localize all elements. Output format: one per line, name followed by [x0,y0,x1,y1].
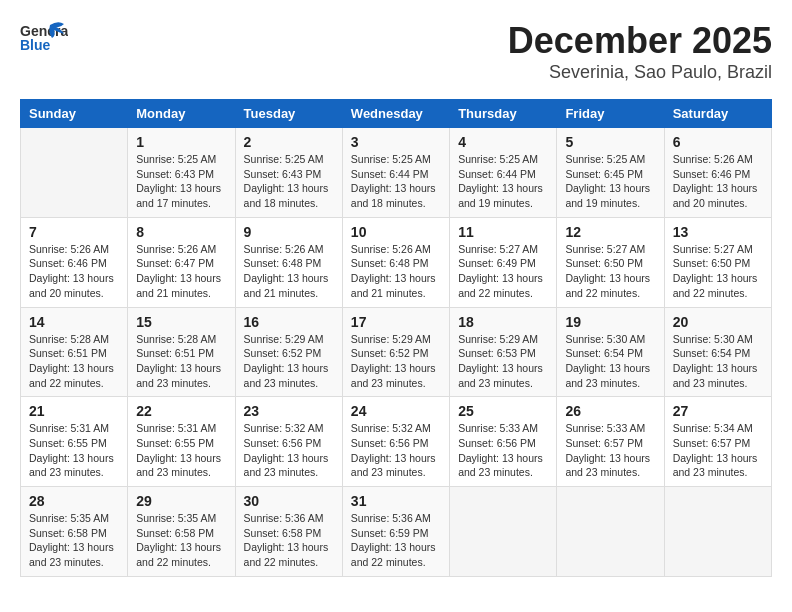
day-detail: Sunrise: 5:31 AM Sunset: 6:55 PM Dayligh… [136,421,226,480]
calendar-header-row: SundayMondayTuesdayWednesdayThursdayFrid… [21,100,772,128]
day-number: 3 [351,134,441,150]
day-number: 9 [244,224,334,240]
day-number: 4 [458,134,548,150]
day-number: 22 [136,403,226,419]
day-number: 11 [458,224,548,240]
calendar-cell: 3Sunrise: 5:25 AM Sunset: 6:44 PM Daylig… [342,128,449,218]
calendar-cell: 2Sunrise: 5:25 AM Sunset: 6:43 PM Daylig… [235,128,342,218]
day-detail: Sunrise: 5:36 AM Sunset: 6:59 PM Dayligh… [351,511,441,570]
calendar-cell: 15Sunrise: 5:28 AM Sunset: 6:51 PM Dayli… [128,307,235,397]
calendar-week-1: 1Sunrise: 5:25 AM Sunset: 6:43 PM Daylig… [21,128,772,218]
page-subtitle: Severinia, Sao Paulo, Brazil [508,62,772,83]
calendar-cell: 30Sunrise: 5:36 AM Sunset: 6:58 PM Dayli… [235,487,342,577]
calendar-cell: 4Sunrise: 5:25 AM Sunset: 6:44 PM Daylig… [450,128,557,218]
day-detail: Sunrise: 5:35 AM Sunset: 6:58 PM Dayligh… [29,511,119,570]
calendar-cell: 29Sunrise: 5:35 AM Sunset: 6:58 PM Dayli… [128,487,235,577]
day-number: 19 [565,314,655,330]
day-detail: Sunrise: 5:29 AM Sunset: 6:52 PM Dayligh… [351,332,441,391]
calendar-cell: 11Sunrise: 5:27 AM Sunset: 6:49 PM Dayli… [450,217,557,307]
day-detail: Sunrise: 5:34 AM Sunset: 6:57 PM Dayligh… [673,421,763,480]
day-number: 13 [673,224,763,240]
day-detail: Sunrise: 5:36 AM Sunset: 6:58 PM Dayligh… [244,511,334,570]
day-number: 21 [29,403,119,419]
calendar-cell [664,487,771,577]
day-detail: Sunrise: 5:27 AM Sunset: 6:50 PM Dayligh… [673,242,763,301]
calendar-header-friday: Friday [557,100,664,128]
day-detail: Sunrise: 5:35 AM Sunset: 6:58 PM Dayligh… [136,511,226,570]
calendar-cell: 18Sunrise: 5:29 AM Sunset: 6:53 PM Dayli… [450,307,557,397]
day-number: 12 [565,224,655,240]
title-area: December 2025 Severinia, Sao Paulo, Braz… [508,20,772,83]
calendar-cell: 22Sunrise: 5:31 AM Sunset: 6:55 PM Dayli… [128,397,235,487]
day-number: 28 [29,493,119,509]
day-detail: Sunrise: 5:32 AM Sunset: 6:56 PM Dayligh… [244,421,334,480]
day-number: 30 [244,493,334,509]
day-detail: Sunrise: 5:30 AM Sunset: 6:54 PM Dayligh… [565,332,655,391]
calendar-header-wednesday: Wednesday [342,100,449,128]
calendar-cell: 23Sunrise: 5:32 AM Sunset: 6:56 PM Dayli… [235,397,342,487]
calendar-header-sunday: Sunday [21,100,128,128]
calendar-cell: 7Sunrise: 5:26 AM Sunset: 6:46 PM Daylig… [21,217,128,307]
day-detail: Sunrise: 5:25 AM Sunset: 6:44 PM Dayligh… [458,152,548,211]
day-detail: Sunrise: 5:26 AM Sunset: 6:47 PM Dayligh… [136,242,226,301]
day-number: 29 [136,493,226,509]
day-detail: Sunrise: 5:28 AM Sunset: 6:51 PM Dayligh… [29,332,119,391]
calendar-header-thursday: Thursday [450,100,557,128]
calendar-week-2: 7Sunrise: 5:26 AM Sunset: 6:46 PM Daylig… [21,217,772,307]
header: General Blue December 2025 Severinia, Sa… [20,20,772,83]
logo: General Blue [20,20,68,62]
calendar-cell: 20Sunrise: 5:30 AM Sunset: 6:54 PM Dayli… [664,307,771,397]
day-detail: Sunrise: 5:25 AM Sunset: 6:43 PM Dayligh… [244,152,334,211]
calendar-cell [450,487,557,577]
calendar-week-3: 14Sunrise: 5:28 AM Sunset: 6:51 PM Dayli… [21,307,772,397]
day-number: 6 [673,134,763,150]
day-number: 27 [673,403,763,419]
day-number: 1 [136,134,226,150]
day-detail: Sunrise: 5:25 AM Sunset: 6:44 PM Dayligh… [351,152,441,211]
day-number: 31 [351,493,441,509]
calendar-table: SundayMondayTuesdayWednesdayThursdayFrid… [20,99,772,577]
calendar-cell: 14Sunrise: 5:28 AM Sunset: 6:51 PM Dayli… [21,307,128,397]
day-number: 5 [565,134,655,150]
day-detail: Sunrise: 5:33 AM Sunset: 6:57 PM Dayligh… [565,421,655,480]
day-detail: Sunrise: 5:26 AM Sunset: 6:46 PM Dayligh… [673,152,763,211]
calendar-cell: 31Sunrise: 5:36 AM Sunset: 6:59 PM Dayli… [342,487,449,577]
calendar-cell [21,128,128,218]
day-number: 26 [565,403,655,419]
svg-text:Blue: Blue [20,37,51,53]
calendar-cell: 16Sunrise: 5:29 AM Sunset: 6:52 PM Dayli… [235,307,342,397]
day-detail: Sunrise: 5:26 AM Sunset: 6:46 PM Dayligh… [29,242,119,301]
day-number: 14 [29,314,119,330]
day-detail: Sunrise: 5:26 AM Sunset: 6:48 PM Dayligh… [351,242,441,301]
day-detail: Sunrise: 5:29 AM Sunset: 6:52 PM Dayligh… [244,332,334,391]
day-detail: Sunrise: 5:25 AM Sunset: 6:43 PM Dayligh… [136,152,226,211]
day-detail: Sunrise: 5:28 AM Sunset: 6:51 PM Dayligh… [136,332,226,391]
calendar-cell: 25Sunrise: 5:33 AM Sunset: 6:56 PM Dayli… [450,397,557,487]
day-detail: Sunrise: 5:32 AM Sunset: 6:56 PM Dayligh… [351,421,441,480]
day-detail: Sunrise: 5:30 AM Sunset: 6:54 PM Dayligh… [673,332,763,391]
calendar-header-saturday: Saturday [664,100,771,128]
day-number: 8 [136,224,226,240]
day-detail: Sunrise: 5:31 AM Sunset: 6:55 PM Dayligh… [29,421,119,480]
day-number: 7 [29,224,119,240]
day-number: 17 [351,314,441,330]
day-detail: Sunrise: 5:29 AM Sunset: 6:53 PM Dayligh… [458,332,548,391]
calendar-cell: 24Sunrise: 5:32 AM Sunset: 6:56 PM Dayli… [342,397,449,487]
calendar-cell: 6Sunrise: 5:26 AM Sunset: 6:46 PM Daylig… [664,128,771,218]
day-number: 18 [458,314,548,330]
day-detail: Sunrise: 5:33 AM Sunset: 6:56 PM Dayligh… [458,421,548,480]
calendar-cell: 21Sunrise: 5:31 AM Sunset: 6:55 PM Dayli… [21,397,128,487]
calendar-header-monday: Monday [128,100,235,128]
calendar-cell: 12Sunrise: 5:27 AM Sunset: 6:50 PM Dayli… [557,217,664,307]
day-number: 16 [244,314,334,330]
day-detail: Sunrise: 5:25 AM Sunset: 6:45 PM Dayligh… [565,152,655,211]
day-detail: Sunrise: 5:26 AM Sunset: 6:48 PM Dayligh… [244,242,334,301]
calendar-cell: 17Sunrise: 5:29 AM Sunset: 6:52 PM Dayli… [342,307,449,397]
logo-icon: General Blue [20,20,68,62]
day-detail: Sunrise: 5:27 AM Sunset: 6:50 PM Dayligh… [565,242,655,301]
calendar-cell: 8Sunrise: 5:26 AM Sunset: 6:47 PM Daylig… [128,217,235,307]
calendar-cell: 19Sunrise: 5:30 AM Sunset: 6:54 PM Dayli… [557,307,664,397]
day-number: 15 [136,314,226,330]
calendar-cell: 9Sunrise: 5:26 AM Sunset: 6:48 PM Daylig… [235,217,342,307]
calendar-cell [557,487,664,577]
